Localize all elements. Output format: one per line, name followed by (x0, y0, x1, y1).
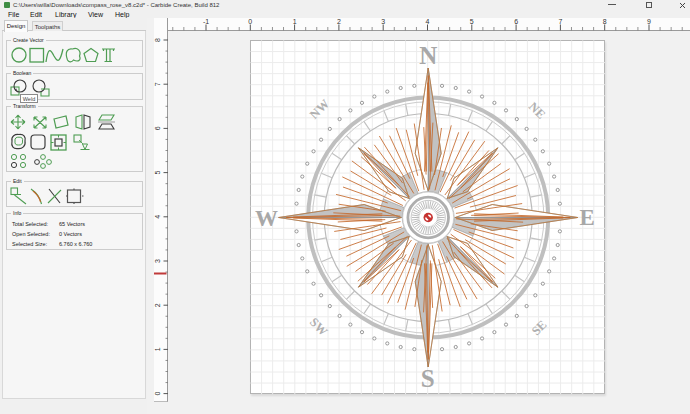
svg-text:9: 9 (647, 18, 651, 25)
svg-text:5: 5 (470, 18, 474, 25)
svg-text:3: 3 (381, 18, 385, 25)
svg-text:3: 3 (154, 259, 161, 263)
svg-text:7: 7 (558, 18, 562, 25)
svg-text:E: E (579, 205, 594, 230)
svg-text:4: 4 (154, 215, 161, 219)
svg-text:SW: SW (307, 315, 331, 339)
svg-text:6: 6 (154, 126, 161, 130)
svg-text:2: 2 (154, 303, 161, 307)
svg-text:N: N (419, 42, 437, 69)
svg-text:NE: NE (526, 99, 548, 121)
svg-text:0: 0 (154, 392, 161, 396)
svg-text:4: 4 (426, 18, 430, 25)
svg-text:8: 8 (603, 18, 607, 25)
svg-text:1: 1 (154, 347, 161, 351)
svg-text:W: W (255, 205, 278, 230)
svg-text:SE: SE (529, 317, 550, 338)
svg-text:S: S (421, 365, 435, 392)
svg-text:8: 8 (154, 38, 161, 42)
svg-text:7: 7 (154, 82, 161, 86)
svg-text:5: 5 (154, 171, 161, 175)
svg-text:6: 6 (514, 18, 518, 25)
svg-text:1: 1 (293, 18, 297, 25)
svg-text:-1: -1 (203, 18, 209, 25)
svg-text:0: 0 (248, 18, 252, 25)
svg-text:2: 2 (337, 18, 341, 25)
